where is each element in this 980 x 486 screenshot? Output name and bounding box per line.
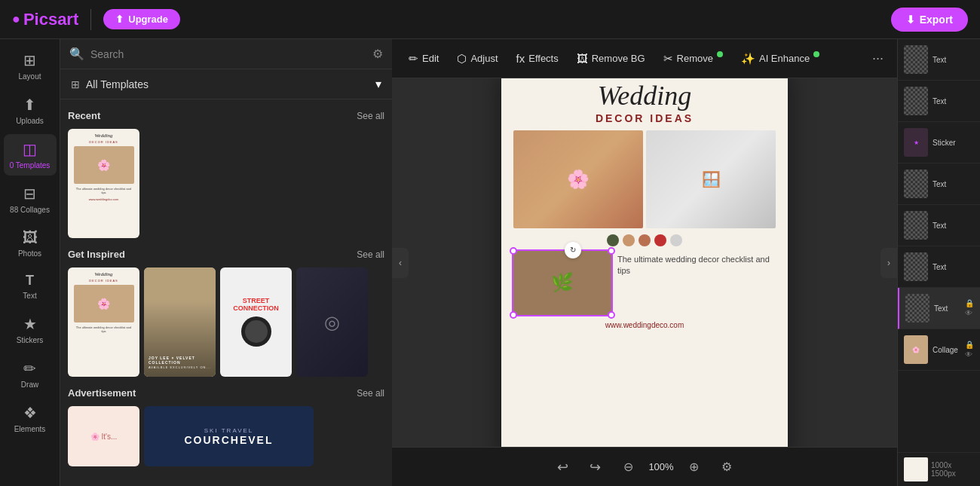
photos-icon: 🖼	[23, 229, 38, 246]
ai-enhance-button[interactable]: ✨ AI Enhance	[733, 47, 827, 70]
advertisement-see-all[interactable]: See all	[357, 388, 384, 399]
export-icon: ⬇	[906, 14, 915, 26]
zoom-in-button[interactable]: ⊕	[683, 457, 705, 477]
doc-subtitle: DECOR IDEAS	[596, 112, 694, 124]
inspired-template-3[interactable]: STREET CONNECTION	[220, 267, 292, 377]
layer-thumb-text1	[904, 45, 928, 74]
layer-item-text2[interactable]: Text	[898, 81, 980, 122]
ad-template-1[interactable]: 🌸 It's...	[68, 406, 139, 466]
advertisement-template-grid: 🌸 It's... SKI TRAVEL COURCHEVEL	[68, 406, 384, 466]
layer-label-text1: Text	[933, 56, 974, 64]
size-label-2: 1500px	[931, 469, 956, 478]
doc-image-right: 🪟	[646, 130, 776, 228]
zoom-area: ⊖ 100% ⊕	[617, 457, 705, 477]
effects-icon: fx	[516, 52, 525, 65]
recent-see-all[interactable]: See all	[357, 111, 384, 121]
collapse-right-button[interactable]: ›	[880, 248, 897, 278]
upgrade-button[interactable]: ⬆ Upgrade	[103, 9, 180, 29]
layer-item-text4[interactable]: Text	[898, 205, 980, 246]
sidebar-item-uploads[interactable]: ⬆ Uploads	[4, 90, 57, 131]
center-area: ✏ Edit ⬡ Adjust fx Effects 🖼 Remove BG ✂	[392, 39, 897, 486]
layout-label: Layout	[18, 72, 41, 81]
edit-icon: ✏	[409, 52, 418, 66]
collages-label: 88 Collages	[10, 206, 50, 214]
street-title: STREET CONNECTION	[225, 298, 287, 313]
inspired-template-2[interactable]: JOY LEE × VELVET COLLECTIONAvailble excl…	[144, 267, 216, 377]
redo-button[interactable]: ↪	[585, 454, 605, 480]
canvas-document[interactable]: Wedding DECOR IDEAS 🌸 🪟	[501, 78, 788, 447]
topbar: ● Picsart ⬆ Upgrade ⬇ Export	[0, 0, 980, 39]
collapse-left-button[interactable]: ‹	[392, 248, 409, 278]
inspired-section-header: Get Inspired See all	[68, 249, 384, 260]
inspired-wedding-sub: DECOR IDEAS	[89, 279, 118, 283]
sticker-icon: ★	[914, 139, 919, 146]
left-nav: ⊞ Layout ⬆ Uploads ◫ 0 Templates ⊟ 88 Co…	[0, 39, 60, 486]
advertisement-title: Advertisement	[68, 387, 136, 399]
more-button[interactable]: ···	[868, 46, 888, 71]
inspired-template-4[interactable]: ◎	[296, 267, 368, 377]
doc-image-left: 🌸	[513, 130, 643, 228]
layer-label-text5: Text	[933, 263, 974, 271]
inspired-template-1[interactable]: Wedding DECOR IDEAS 🌸 The ultimate weddi…	[68, 267, 139, 377]
edit-button[interactable]: ✏ Edit	[401, 47, 446, 70]
wedding-mini-title: Wedding	[94, 133, 112, 139]
joylee-text: JOY LEE × VELVET COLLECTIONAvailble excl…	[149, 356, 211, 369]
adjust-button[interactable]: ⬡ Adjust	[449, 47, 505, 70]
refresh-button[interactable]: ↻	[565, 242, 581, 258]
layer-item-text5[interactable]: Text	[898, 246, 980, 288]
remove-button[interactable]: ✂ Remove	[656, 47, 730, 70]
remove-bg-button[interactable]: 🖼 Remove BG	[569, 47, 653, 69]
recent-template-1[interactable]: Wedding DECOR IDEAS 🌸 The ultimate weddi…	[68, 129, 139, 238]
sidebar-item-templates[interactable]: ◫ 0 Templates	[4, 134, 57, 176]
zoom-out-button[interactable]: ⊖	[617, 457, 639, 477]
layer-item-collage[interactable]: 🌸 Collage 🔒 👁	[898, 329, 980, 371]
bottom-bar: ↩ ↪ ⊖ 100% ⊕ ⚙	[392, 447, 897, 486]
layer-item-sticker[interactable]: ★ Sticker	[898, 122, 980, 164]
layer-thumb-text4	[904, 211, 928, 240]
grid-icon: ⊞	[71, 78, 80, 90]
effects-button[interactable]: fx Effects	[509, 47, 566, 69]
layers-panel: Text Text ★ Sticker Text Text Text Text	[897, 39, 980, 486]
doc-website: www.weddingdeco.com	[605, 321, 684, 329]
sidebar-item-layout[interactable]: ⊞ Layout	[4, 45, 57, 87]
recent-section-header: Recent See all	[68, 110, 384, 121]
street-img	[245, 320, 268, 343]
search-input[interactable]	[90, 48, 366, 60]
sidebar-item-collages[interactable]: ⊟ 88 Collages	[4, 179, 57, 220]
filter-button[interactable]: ⚙	[372, 47, 383, 61]
layer-item-text1[interactable]: Text	[898, 39, 980, 81]
photos-label: Photos	[18, 249, 41, 258]
handle-bl	[510, 311, 517, 319]
recent-title: Recent	[68, 110, 100, 121]
ad-template-2[interactable]: SKI TRAVEL COURCHEVEL	[144, 406, 314, 466]
remove-badge	[717, 51, 723, 57]
layer-label-text6: Text	[934, 304, 960, 313]
sidebar-item-photos[interactable]: 🖼 Photos	[4, 223, 57, 264]
stickers-label: Stickers	[17, 336, 44, 344]
divider	[90, 9, 91, 30]
search-bar: 🔍 ⚙	[60, 39, 392, 69]
sidebar-item-stickers[interactable]: ★ Stickers	[4, 309, 57, 350]
inspired4-bg: ◎	[296, 267, 368, 377]
handle-br	[608, 311, 615, 319]
inspired-see-all[interactable]: See all	[357, 249, 384, 260]
layer-icons-text6: 🔒 👁	[965, 299, 974, 317]
wedding-mini-text: The ultimate wedding decor checklist and…	[71, 187, 136, 194]
all-templates-bar[interactable]: ⊞ All Templates ▾	[60, 69, 392, 99]
inspired4-icon: ◎	[324, 312, 340, 333]
sidebar-item-draw[interactable]: ✏ Draw	[4, 353, 57, 395]
layer-item-text6[interactable]: Text 🔒 👁	[898, 288, 980, 329]
doc-body-text: The ultimate wedding decor checklist and…	[617, 254, 773, 277]
sidebar-item-elements[interactable]: ❖ Elements	[4, 398, 57, 439]
undo-button[interactable]: ↩	[553, 454, 573, 480]
ai-enhance-icon: ✨	[741, 52, 755, 66]
settings-button[interactable]: ⚙	[717, 455, 737, 478]
zoom-value: 100%	[645, 461, 677, 472]
draw-label: Draw	[21, 381, 38, 389]
color-swatch-2	[623, 234, 635, 246]
layer-item-text3[interactable]: Text	[898, 164, 980, 205]
export-button[interactable]: ⬇ Export	[891, 8, 968, 32]
sidebar-item-text[interactable]: T Text	[4, 267, 57, 306]
doc-images: 🌸 🪟	[513, 130, 776, 228]
layer-label-sticker: Sticker	[933, 139, 974, 147]
